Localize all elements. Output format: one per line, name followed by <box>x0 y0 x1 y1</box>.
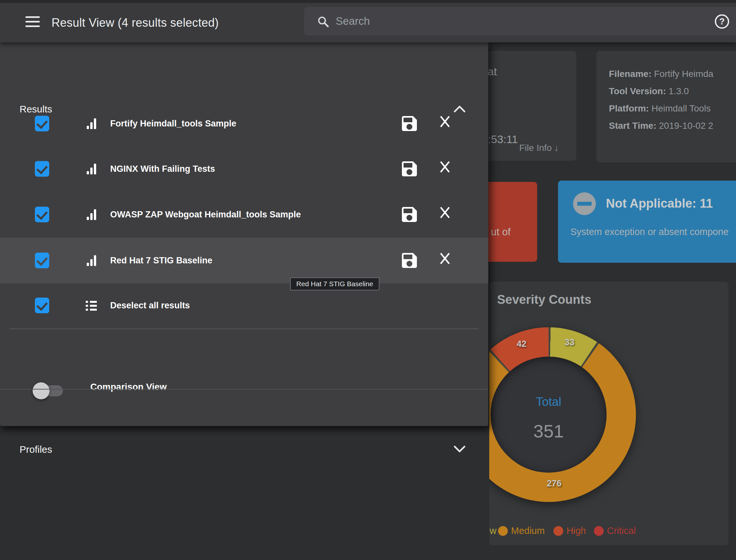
results-drawer: Results Fortify Heimdall_tools Sample NG… <box>0 42 488 426</box>
file-info-row: Platform: Heimdall Tools <box>609 100 714 117</box>
search-placeholder: Search <box>336 3 370 39</box>
file-info-label: Tool Version: <box>609 86 666 96</box>
minus-circle-icon <box>573 192 596 215</box>
file-info-row: Start Time: 2019-10-02 2 <box>609 117 714 134</box>
file-info-link[interactable]: File Info ↓ <box>519 143 559 153</box>
result-checkbox[interactable] <box>35 161 49 177</box>
save-icon[interactable] <box>402 116 417 131</box>
legend-label: Low <box>489 525 496 536</box>
legend-dot-critical <box>594 526 604 536</box>
file-info-card: Filename: Fortify Heimda Tool Version: 1… <box>596 51 736 162</box>
help-icon[interactable]: ? <box>714 14 730 29</box>
file-info-row: Tool Version: 1.3.0 <box>609 82 714 100</box>
legend-item-medium[interactable]: Medium <box>498 525 545 536</box>
legend-label: Critical <box>607 525 636 536</box>
deselect-all-checkbox[interactable] <box>35 298 49 313</box>
search-icon <box>317 16 329 27</box>
tooltip: Red Hat 7 STIG Baseline <box>290 277 379 290</box>
result-label: Red Hat 7 STIG Baseline <box>110 238 213 283</box>
close-icon[interactable] <box>439 206 451 219</box>
result-checkbox[interactable] <box>35 207 49 222</box>
save-icon[interactable] <box>402 253 417 268</box>
file-info-row: Filename: Fortify Heimda <box>609 65 714 82</box>
donut-hole <box>491 357 607 473</box>
profiles-section-header: Profiles <box>20 444 52 455</box>
toggle-knob[interactable] <box>33 382 50 399</box>
status-card-not-applicable: Not Applicable: 11 System exception or a… <box>558 181 736 263</box>
svg-text:?: ? <box>719 17 725 26</box>
donut-total-value: 351 <box>533 420 564 442</box>
file-info-value: Heimdall Tools <box>652 103 711 113</box>
comparison-view-toggle[interactable] <box>33 382 64 399</box>
save-icon[interactable] <box>402 207 417 222</box>
legend-dot-medium <box>498 526 508 536</box>
file-info-label: Start Time: <box>609 121 656 131</box>
list-icon <box>86 301 97 311</box>
legend-label: Medium <box>511 525 545 536</box>
slice-label-high: 42 <box>517 339 526 349</box>
result-label: NGINX With Failing Tests <box>110 146 215 192</box>
file-info-label: Platform: <box>609 103 649 113</box>
severity-legend: Low Medium High Critical <box>489 522 729 539</box>
result-label: Fortify Heimdall_tools Sample <box>110 101 236 146</box>
file-info-label: Filename: <box>609 69 652 79</box>
deselect-all-label: Deselect all results <box>110 283 190 328</box>
comparison-view-label: Comparison View <box>90 382 167 392</box>
severity-counts-title: Severity Counts <box>497 293 591 307</box>
legend-label: High <box>567 525 586 536</box>
file-info-value: 1.3.0 <box>669 86 689 96</box>
deselect-all-row[interactable]: Deselect all results <box>0 283 488 328</box>
red-card-text-fragment: ut of <box>491 226 510 238</box>
result-row[interactable]: Fortify Heimdall_tools Sample <box>0 101 488 146</box>
result-row[interactable]: OWASP ZAP Webgoat Heimdall_tools Sample <box>0 192 488 237</box>
save-icon[interactable] <box>402 161 417 176</box>
divider <box>10 329 478 329</box>
top-app-bar: Result View (4 results selected) Search … <box>0 0 736 42</box>
not-applicable-title: Not Applicable: 11 <box>606 197 713 211</box>
donut-total-label: Total <box>536 395 561 409</box>
close-icon[interactable] <box>439 115 451 128</box>
window-top-strip <box>0 0 736 3</box>
page-title: Result View (4 results selected) <box>52 3 219 42</box>
legend-item-high[interactable]: High <box>553 525 586 536</box>
chevron-down-icon[interactable] <box>454 446 465 453</box>
close-icon[interactable] <box>439 252 451 265</box>
app-window: at 0:53:11 File Info ↓ Filename: Fortify… <box>0 0 736 560</box>
section-divider <box>0 389 488 390</box>
slice-label-low: 33 <box>565 337 574 347</box>
legend-item-low[interactable]: Low <box>489 525 496 536</box>
bar-chart-icon <box>87 209 96 220</box>
bar-chart-icon <box>87 118 96 129</box>
result-row-highlighted[interactable]: Red Hat 7 STIG Baseline <box>0 238 488 283</box>
severity-counts-panel: Severity Counts 42 33 276 Total 351 Low … <box>489 282 729 545</box>
menu-icon[interactable] <box>25 16 40 27</box>
slice-label-medium: 276 <box>547 479 561 489</box>
legend-item-critical[interactable]: Critical <box>594 525 636 536</box>
close-icon[interactable] <box>439 160 451 173</box>
bar-chart-icon <box>87 164 96 174</box>
result-label: OWASP ZAP Webgoat Heimdall_tools Sample <box>110 192 301 237</box>
file-info-value: 2019-10-02 2 <box>659 121 714 131</box>
result-checkbox[interactable] <box>35 116 49 131</box>
file-info-value: Fortify Heimda <box>654 69 713 79</box>
bar-chart-icon <box>87 255 96 266</box>
result-card-title-fragment: at <box>488 65 497 78</box>
result-checkbox[interactable] <box>35 253 49 268</box>
legend-dot-high <box>553 526 563 536</box>
result-row[interactable]: NGINX With Failing Tests <box>0 146 488 192</box>
not-applicable-subtitle: System exception or absent compone <box>570 227 729 237</box>
